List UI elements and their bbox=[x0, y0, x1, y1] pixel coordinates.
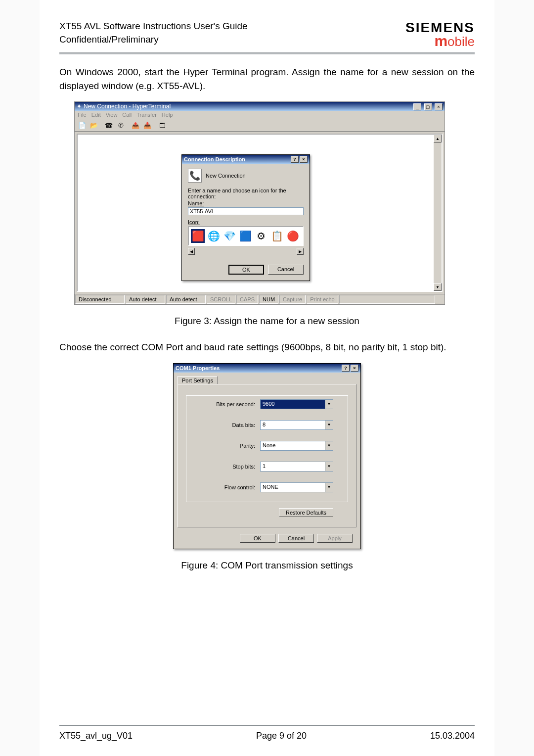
parity-value: None bbox=[261, 441, 325, 450]
menu-view[interactable]: View bbox=[106, 112, 118, 118]
restore-defaults-button[interactable]: Restore Defaults bbox=[279, 508, 333, 517]
dialog-title: Connection Description bbox=[184, 156, 245, 162]
status-capture: Capture bbox=[279, 295, 306, 304]
menu-help[interactable]: Help bbox=[162, 112, 173, 118]
flow-control-select[interactable]: NONE ▼ bbox=[260, 482, 333, 492]
status-caps: CAPS bbox=[236, 295, 258, 304]
scroll-left-icon[interactable]: ◀ bbox=[188, 248, 195, 255]
apply-button[interactable]: Apply bbox=[317, 534, 353, 543]
toolbar: 📄 📂 ☎ ✆ 📤 📥 🗔 bbox=[75, 119, 445, 132]
tb-send-icon[interactable]: 📤 bbox=[130, 120, 141, 130]
header-rule bbox=[59, 52, 475, 54]
figure-4-caption: Figure 4: COM Port transmission settings bbox=[59, 560, 475, 571]
tb-disconnect-icon[interactable]: ✆ bbox=[115, 120, 126, 130]
header-title-1: XT55 AVL Software Instructions User's Gu… bbox=[59, 20, 248, 33]
menu-transfer[interactable]: Transfer bbox=[136, 112, 157, 118]
tab-port-settings[interactable]: Port Settings bbox=[178, 376, 218, 384]
bps-label: Bits per second: bbox=[201, 401, 255, 407]
minimize-button[interactable]: _ bbox=[413, 103, 421, 110]
close-button[interactable]: × bbox=[435, 103, 443, 110]
paragraph-1: On Windows 2000, start the Hyper Termina… bbox=[59, 65, 475, 93]
chevron-down-icon[interactable]: ▼ bbox=[325, 400, 333, 409]
menu-call[interactable]: Call bbox=[122, 112, 132, 118]
status-num: NUM bbox=[259, 295, 278, 304]
status-bar: Disconnected Auto detect Auto detect SCR… bbox=[75, 294, 445, 304]
icon-option-6[interactable]: 📋 bbox=[270, 229, 284, 243]
figure-3-caption: Figure 3: Assign the name for a new sess… bbox=[59, 316, 475, 327]
resize-grip-icon[interactable] bbox=[436, 295, 444, 303]
ok-button[interactable]: OK bbox=[228, 265, 264, 275]
app-icon: ✦ bbox=[77, 103, 82, 110]
status-echo: Print echo bbox=[307, 295, 338, 304]
chevron-down-icon[interactable]: ▼ bbox=[325, 441, 333, 450]
close-button[interactable]: × bbox=[300, 156, 308, 163]
dialog-titlebar[interactable]: Connection Description ? × bbox=[182, 155, 310, 164]
status-detect-1: Auto detect bbox=[126, 295, 165, 304]
tb-connect-icon[interactable]: ☎ bbox=[103, 120, 114, 130]
cancel-button[interactable]: Cancel bbox=[268, 265, 304, 275]
menu-edit[interactable]: Edit bbox=[91, 112, 101, 118]
tb-properties-icon[interactable]: 🗔 bbox=[157, 120, 168, 130]
flow-control-value: NONE bbox=[261, 483, 325, 492]
data-bits-select[interactable]: 8 ▼ bbox=[260, 420, 333, 430]
footer-right: 15.03.2004 bbox=[430, 731, 475, 741]
scroll-down-icon[interactable]: ▼ bbox=[434, 283, 442, 291]
tb-receive-icon[interactable]: 📥 bbox=[142, 120, 153, 130]
header-title-block: XT55 AVL Software Instructions User's Gu… bbox=[59, 20, 248, 46]
header-brand: SIEMENS mobile bbox=[405, 20, 475, 49]
tb-new-icon[interactable]: 📄 bbox=[77, 120, 88, 130]
icon-option-5[interactable]: ⚙ bbox=[254, 229, 268, 243]
paragraph-2: Choose the correct COM Port and baud rat… bbox=[59, 340, 475, 354]
window-titlebar[interactable]: ✦ New Connection - HyperTerminal _ ▢ × bbox=[75, 102, 445, 111]
icon-option-4[interactable]: 🟦 bbox=[238, 229, 252, 243]
footer-left: XT55_avl_ug_V01 bbox=[59, 731, 133, 741]
footer-center: Page 9 of 20 bbox=[256, 731, 307, 741]
com1-properties-dialog: COM1 Properties ? × Port Settings Bits p… bbox=[173, 363, 361, 549]
footer-rule bbox=[59, 725, 475, 726]
parity-select[interactable]: None ▼ bbox=[260, 441, 333, 451]
scroll-up-icon[interactable]: ▲ bbox=[434, 135, 442, 142]
icon-picker[interactable]: 🟥 🌐 💎 🟦 ⚙ 📋 🔴 bbox=[188, 226, 304, 246]
close-button[interactable]: × bbox=[351, 365, 358, 372]
chevron-down-icon[interactable]: ▼ bbox=[325, 421, 333, 429]
menu-file[interactable]: File bbox=[78, 112, 87, 118]
stop-bits-label: Stop bits: bbox=[201, 464, 255, 470]
icon-option-1[interactable]: 🟥 bbox=[191, 229, 205, 243]
status-scroll: SCROLL bbox=[207, 295, 235, 304]
dialog-prompt: Enter a name and choose an icon for the … bbox=[188, 188, 304, 199]
window-title: New Connection - HyperTerminal bbox=[84, 103, 171, 110]
flow-control-label: Flow control: bbox=[201, 484, 255, 490]
ok-button[interactable]: OK bbox=[240, 534, 275, 543]
stop-bits-select[interactable]: 1 ▼ bbox=[260, 462, 333, 472]
name-input[interactable] bbox=[188, 207, 304, 215]
header-title-2: Confidential/Preliminary bbox=[59, 33, 248, 47]
cancel-button[interactable]: Cancel bbox=[278, 534, 314, 543]
vertical-scrollbar[interactable]: ▲ ▼ bbox=[434, 135, 442, 291]
help-button[interactable]: ? bbox=[291, 156, 299, 163]
icon-option-2[interactable]: 🌐 bbox=[207, 229, 221, 243]
menu-bar: File Edit View Call Transfer Help bbox=[75, 111, 445, 119]
status-connection: Disconnected bbox=[75, 295, 125, 304]
help-button[interactable]: ? bbox=[342, 365, 350, 372]
com-dialog-titlebar[interactable]: COM1 Properties ? × bbox=[174, 364, 360, 373]
icon-scrollbar[interactable]: ◀ ▶ bbox=[188, 248, 304, 255]
bps-value: 9600 bbox=[261, 400, 325, 409]
chevron-down-icon[interactable]: ▼ bbox=[325, 483, 333, 492]
page-header: XT55 AVL Software Instructions User's Gu… bbox=[59, 20, 475, 49]
parity-label: Parity: bbox=[201, 443, 255, 449]
chevron-down-icon[interactable]: ▼ bbox=[325, 462, 333, 471]
data-bits-label: Data bits: bbox=[201, 422, 255, 428]
com-dialog-title: COM1 Properties bbox=[176, 365, 220, 371]
tb-open-icon[interactable]: 📂 bbox=[89, 120, 99, 130]
page-footer: XT55_avl_ug_V01 Page 9 of 20 15.03.2004 bbox=[59, 725, 475, 741]
icon-label: Icon: bbox=[188, 219, 304, 225]
connection-description-dialog: Connection Description ? × 📞 New Connect… bbox=[181, 154, 310, 281]
icon-option-3[interactable]: 💎 bbox=[222, 229, 236, 243]
icon-option-7[interactable]: 🔴 bbox=[286, 229, 300, 243]
scroll-right-icon[interactable]: ▶ bbox=[297, 248, 304, 255]
status-detect-2: Auto detect bbox=[166, 295, 206, 304]
data-bits-value: 8 bbox=[261, 421, 325, 429]
maximize-button[interactable]: ▢ bbox=[424, 103, 432, 110]
terminal-area: ▲ ▼ Connection Description ? × bbox=[77, 134, 443, 292]
bps-select[interactable]: 9600 ▼ bbox=[260, 399, 333, 409]
